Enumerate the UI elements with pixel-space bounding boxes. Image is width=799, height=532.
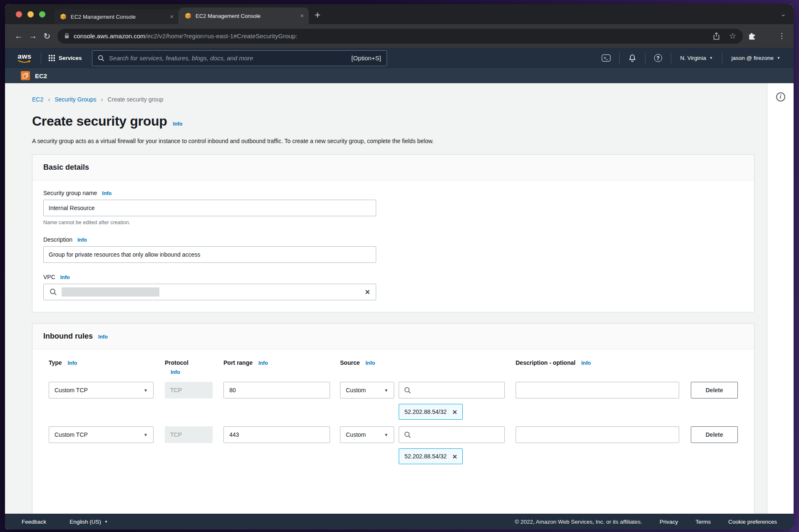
- source-search-input-1[interactable]: [399, 382, 505, 398]
- close-tab-icon[interactable]: ×: [300, 13, 304, 19]
- share-icon[interactable]: [713, 32, 720, 40]
- minimize-window-button[interactable]: [27, 11, 34, 17]
- privacy-link[interactable]: Privacy: [660, 519, 678, 525]
- port-range-input-2[interactable]: [223, 426, 330, 443]
- vpc-select[interactable]: ×: [43, 284, 376, 300]
- inbound-rules-info-link[interactable]: Info: [98, 334, 108, 340]
- caret-down-icon: ▼: [104, 520, 108, 524]
- lock-icon: [64, 33, 69, 39]
- delete-label: Delete: [705, 431, 723, 438]
- caret-down-icon: ▼: [384, 388, 388, 393]
- tab-search-chevron-icon[interactable]: ⌄: [781, 10, 786, 18]
- chevron-right-icon: ›: [101, 96, 103, 103]
- browser-toolbar: ← → ↻ console.aws.amazon.com/ec2/v2/home…: [5, 24, 794, 48]
- title-info-link[interactable]: Info: [173, 121, 182, 127]
- port-range-header-label: Port range: [223, 359, 253, 366]
- security-group-name-input[interactable]: [43, 200, 376, 216]
- zoom-window-button[interactable]: [39, 11, 45, 17]
- name-info-link[interactable]: Info: [102, 191, 112, 196]
- ec2-service-bar: EC2: [5, 68, 794, 83]
- vpc-info-link[interactable]: Info: [60, 275, 70, 280]
- description-column-header: Description - optional Info: [516, 359, 679, 366]
- bell-icon: [628, 54, 636, 62]
- protocol-header-label: Protocol: [165, 359, 189, 366]
- type-select-2[interactable]: Custom TCP ▼: [49, 426, 154, 443]
- clear-vpc-icon[interactable]: ×: [365, 288, 370, 296]
- name-label-row: Security group name Info: [43, 190, 743, 196]
- rule-description-input-1[interactable]: [516, 382, 679, 398]
- remove-cidr-icon[interactable]: ×: [452, 453, 457, 460]
- profile-avatar[interactable]: [762, 30, 773, 42]
- breadcrumb-ec2-link[interactable]: EC2: [32, 96, 43, 103]
- inbound-rules-header: Inbound rules Info: [32, 324, 754, 349]
- source-info-link[interactable]: Info: [365, 360, 375, 366]
- cloudshell-button[interactable]: >_: [596, 54, 617, 62]
- vpc-group: VPC Info ×: [43, 274, 743, 300]
- page-title-row: Create security group Info: [32, 114, 754, 129]
- back-button[interactable]: ←: [12, 29, 26, 43]
- ec2-service-icon[interactable]: [21, 71, 30, 80]
- delete-rule-button-2[interactable]: Delete: [691, 426, 738, 443]
- description-info-link[interactable]: Info: [581, 360, 591, 366]
- rule-description-input-2[interactable]: [516, 426, 679, 443]
- new-tab-button[interactable]: +: [315, 10, 320, 20]
- remove-cidr-icon[interactable]: ×: [452, 408, 457, 416]
- divider: [722, 53, 722, 64]
- language-selector[interactable]: English (US) ▼: [69, 519, 108, 525]
- protocol-info-link[interactable]: Info: [171, 369, 213, 375]
- feedback-button[interactable]: Feedback: [22, 519, 46, 525]
- close-tab-icon[interactable]: ×: [170, 14, 174, 20]
- description-info-link[interactable]: Info: [77, 237, 87, 243]
- help-button[interactable]: ?: [648, 54, 668, 62]
- close-window-button[interactable]: [16, 11, 22, 17]
- protocol-value: TCP: [170, 387, 182, 393]
- basic-details-header: Basic details: [32, 155, 754, 181]
- type-select-1[interactable]: Custom TCP ▼: [49, 382, 154, 398]
- type-value: Custom TCP: [55, 387, 88, 393]
- source-cidr-tag-1: 52.202.88.54/32 ×: [399, 404, 463, 420]
- url-text: console.aws.amazon.com/ec2/v2/home?regio…: [74, 32, 297, 40]
- type-info-link[interactable]: Info: [68, 360, 77, 366]
- region-label: N. Virginia: [680, 55, 706, 61]
- aws-search-placeholder: Search for services, features, blogs, do…: [109, 54, 253, 62]
- aws-search-box[interactable]: Search for services, features, blogs, do…: [92, 50, 387, 66]
- bookmark-star-icon[interactable]: ☆: [729, 31, 736, 41]
- services-menu-button[interactable]: Services: [44, 55, 87, 61]
- port-range-info-link[interactable]: Info: [258, 360, 268, 366]
- description-input[interactable]: [43, 246, 376, 263]
- terminal-icon: >_: [602, 54, 610, 62]
- region-selector[interactable]: N. Virginia ▼: [674, 55, 720, 61]
- notifications-button[interactable]: [622, 54, 643, 62]
- address-bar[interactable]: console.aws.amazon.com/ec2/v2/home?regio…: [57, 29, 743, 44]
- chevron-right-icon: ›: [48, 96, 50, 103]
- ec2-service-label[interactable]: EC2: [35, 72, 47, 79]
- delete-rule-button-1[interactable]: Delete: [691, 382, 738, 398]
- source-select-2[interactable]: Custom ▼: [340, 426, 394, 443]
- source-tag-row-1: 52.202.88.54/32 ×: [399, 404, 744, 420]
- aws-logo[interactable]: aws: [17, 53, 32, 64]
- source-search-input-2[interactable]: [399, 426, 505, 443]
- tab-title: EC2 Management Console: [196, 13, 296, 19]
- breadcrumb-security-groups-link[interactable]: Security Groups: [55, 96, 96, 103]
- tab-ec2-console-1[interactable]: EC2 Management Console ×: [54, 9, 179, 24]
- info-circle-icon[interactable]: i: [776, 92, 785, 101]
- collapsed-info-panel: i: [767, 83, 794, 514]
- search-icon: [404, 387, 411, 394]
- extensions-puzzle-icon[interactable]: [748, 32, 756, 40]
- cookie-preferences-link[interactable]: Cookie preferences: [728, 519, 777, 525]
- account-menu[interactable]: jason @ firezone ▼: [725, 55, 787, 61]
- aws-logo-text: aws: [17, 53, 32, 60]
- breadcrumb-current: Create security group: [108, 96, 164, 103]
- source-select-1[interactable]: Custom ▼: [340, 382, 394, 398]
- divider: [41, 53, 41, 64]
- tab-ec2-console-2[interactable]: EC2 Management Console ×: [179, 7, 309, 24]
- navbar-right-cluster: >_ ? N. Virginia ▼ jason @ firezone: [596, 53, 787, 64]
- protocol-field-1: TCP: [165, 382, 213, 398]
- browser-menu-kebab-icon[interactable]: ⋮: [777, 32, 787, 40]
- terms-link[interactable]: Terms: [695, 519, 711, 525]
- port-range-input-1[interactable]: [223, 382, 330, 398]
- forward-button[interactable]: →: [26, 29, 40, 43]
- cidr-value: 52.202.88.54/32: [404, 408, 447, 415]
- reload-button[interactable]: ↻: [40, 29, 54, 43]
- caret-down-icon: ▼: [777, 56, 780, 60]
